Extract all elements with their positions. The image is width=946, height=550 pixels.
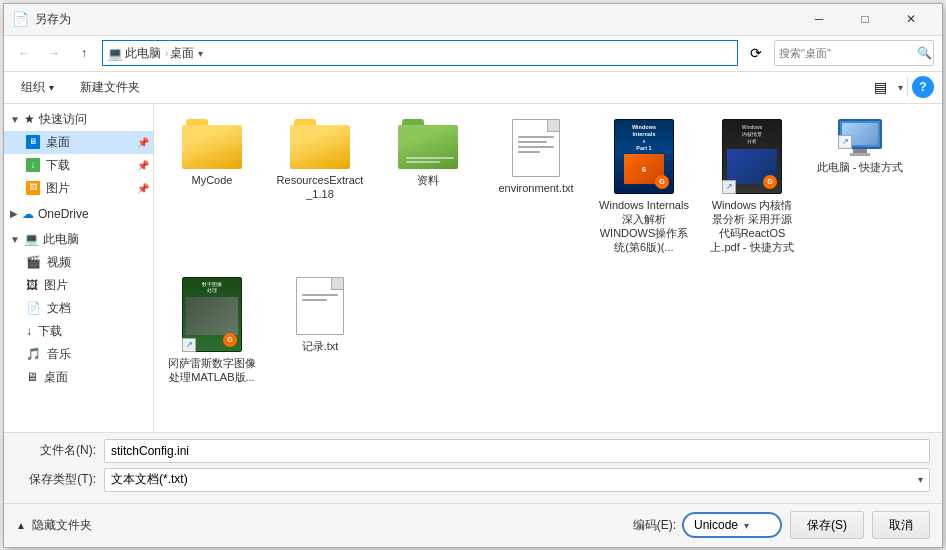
green-book-label: 冈萨雷斯数字图像处理MATLAB版... [167,356,257,385]
file-item-resources[interactable]: ResourcesExtract_1.18 [270,112,370,262]
wi-badge: G [655,175,669,189]
sidebar-video-label: 视频 [47,254,71,271]
wi-title: WindowsInternals6Part 1 [615,120,673,153]
sidebar-item-docs[interactable]: 📄 文档 [4,297,153,320]
new-folder-button[interactable]: 新建文件夹 [71,75,149,99]
file-item-record[interactable]: 记录.txt [270,270,370,392]
sidebar-item-desktop[interactable]: 🖥 桌面 📌 [4,131,153,154]
organize-label: 组织 [21,79,45,96]
filetype-dropdown[interactable]: 文本文档(*.txt) ▾ [104,468,930,492]
breadcrumb-pc[interactable]: 💻 此电脑 › [107,45,170,62]
green-book-shortcut-icon: ↗ [182,338,196,352]
title-bar: 📄 另存为 ─ □ ✕ [4,4,942,36]
onedrive-section: ▶ ☁ OneDrive [4,204,153,224]
filename-row: 文件名(N): [16,439,930,463]
green-book-wrapper: 数字图像处理 G ↗ [182,277,242,352]
downloads-folder-icon: ↓ [26,158,40,172]
help-label: ? [919,80,926,94]
breadcrumb-desktop-label: 桌面 [170,45,194,62]
sidebar-item-desktop2[interactable]: 🖥 桌面 [4,366,153,389]
cancel-button[interactable]: 取消 [872,511,930,539]
organize-button[interactable]: 组织 ▾ [12,75,63,99]
shortcut-icon: ↗ [722,180,736,194]
encoding-dropdown[interactable]: Unicode ▾ [682,512,782,538]
hide-files-label: 隐藏文件夹 [32,517,92,534]
sidebar-item-pic[interactable]: 🖼 图片 [4,274,153,297]
encoding-section: 编码(E): Unicode ▾ [633,512,782,538]
sidebar-item-music[interactable]: 🎵 音乐 [4,343,153,366]
file-grid-2: 数字图像处理 G ↗ 冈萨雷斯数字图像处理MATLAB版... [162,270,934,392]
pic-folder-icon: 🖼 [26,278,38,292]
toolbar: 组织 ▾ 新建文件夹 ▤ ▾ ? [4,72,942,104]
desktop-sc-label: 此电脑 - 快捷方式 [817,160,904,174]
sidebar-pictures-label: 图片 [46,180,70,197]
onedrive-label: OneDrive [38,207,89,221]
encoding-value: Unicode [694,518,738,532]
dark-book-wrapper: Windows内核情景分析 G ↗ [722,119,782,194]
filetype-row: 保存类型(T): 文本文档(*.txt) ▾ [16,468,930,492]
quick-access-label: 快速访问 [39,111,87,128]
sidebar-downloads-pin: 📌 [137,160,149,171]
sidebar-downloads-label: 下载 [46,157,70,174]
refresh-button[interactable]: ⟳ [744,41,768,65]
video-folder-icon: 🎬 [26,255,41,269]
desktop-folder-icon: 🖥 [26,135,40,149]
minimize-button[interactable]: ─ [796,4,842,34]
back-button[interactable]: ← [12,41,36,65]
file-item-data[interactable]: 资料 [378,112,478,262]
new-folder-label: 新建文件夹 [80,79,140,96]
dark-book-badge: G [763,175,777,189]
this-pc-header[interactable]: ▼ 💻 此电脑 [4,228,153,251]
file-item-wi[interactable]: WindowsInternals6Part 1 6 G Windows Inte… [594,112,694,262]
hide-files-section[interactable]: ▲ 隐藏文件夹 [16,517,92,534]
quick-access-header[interactable]: ▼ ★ 快速访问 [4,108,153,131]
forward-button[interactable]: → [42,41,66,65]
sidebar-pic-label: 图片 [44,277,68,294]
green-book-title: 数字图像处理 [183,278,241,297]
organize-arrow: ▾ [49,82,54,93]
sidebar-item-dl[interactable]: ↓ 下载 [4,320,153,343]
filename-input[interactable] [104,439,930,463]
file-item-mycode[interactable]: MyCode [162,112,262,262]
sidebar-pictures-pin: 📌 [137,183,149,194]
file-item-dark-book[interactable]: Windows内核情景分析 G ↗ Windows 内核情景分析 采用开源代码R… [702,112,802,262]
sidebar-music-label: 音乐 [47,346,71,363]
desktop2-folder-icon: 🖥 [26,370,38,384]
view-button[interactable]: ▤ [866,75,894,99]
main-content: ▼ ★ 快速访问 🖥 桌面 📌 ↓ 下载 📌 🖼 图片 📌 [4,104,942,432]
breadcrumb[interactable]: 💻 此电脑 › 桌面 ▾ [102,40,738,66]
search-box[interactable]: 🔍 [774,40,934,66]
sidebar-dl-label: 下载 [38,323,62,340]
sidebar-item-downloads[interactable]: ↓ 下载 📌 [4,154,153,177]
encoding-label: 编码(E): [633,517,676,534]
desktop-sc-wrapper: ↗ [838,119,882,156]
dl-folder-icon: ↓ [26,324,32,338]
music-folder-icon: 🎵 [26,347,41,361]
breadcrumb-desktop[interactable]: 桌面 ▾ [170,45,205,62]
help-button[interactable]: ? [912,76,934,98]
sidebar-item-video[interactable]: 🎬 视频 [4,251,153,274]
maximize-button[interactable]: □ [842,4,888,34]
file-item-env[interactable]: environment.txt [486,112,586,262]
file-item-green-book[interactable]: 数字图像处理 G ↗ 冈萨雷斯数字图像处理MATLAB版... [162,270,262,392]
search-input[interactable] [779,47,917,59]
wi-label: Windows Internals 深入解析WINDOWS操作系统(第6版)(.… [599,198,689,255]
expand-arrow-icon: ▲ [16,520,26,531]
up-button[interactable]: ↑ [72,41,96,65]
data-folder-icon [398,119,458,169]
quick-access-section: ▼ ★ 快速访问 🖥 桌面 📌 ↓ 下载 📌 🖼 图片 📌 [4,108,153,200]
sidebar-item-pictures[interactable]: 🖼 图片 📌 [4,177,153,200]
green-book-badge: G [223,333,237,347]
file-grid: MyCode ResourcesExtract_1.18 [162,112,934,262]
breadcrumb-pc-label: 此电脑 [125,45,161,62]
green-book-image [186,297,238,335]
this-pc-label: 此电脑 [43,231,79,248]
onedrive-header[interactable]: ▶ ☁ OneDrive [4,204,153,224]
breadcrumb-dropdown-arrow: ▾ [198,48,203,59]
close-button[interactable]: ✕ [888,4,934,34]
filename-label: 文件名(N): [16,442,96,459]
file-item-desktop-sc[interactable]: ↗ 此电脑 - 快捷方式 [810,112,910,262]
toolbar-separator [907,77,908,97]
breadcrumb-sep-1: › [165,48,168,59]
save-button[interactable]: 保存(S) [790,511,864,539]
